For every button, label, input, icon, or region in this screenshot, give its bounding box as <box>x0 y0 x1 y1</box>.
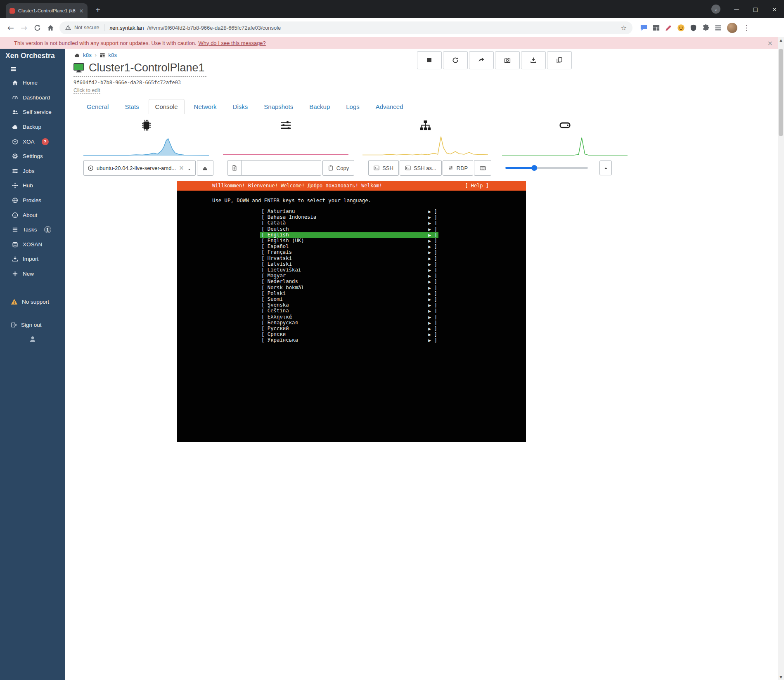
window-minimize-button[interactable]: — <box>727 0 746 18</box>
ssh-as-button[interactable]: SSH as... <box>400 160 442 176</box>
language-option[interactable]: [ Ελληνικά▶ ] <box>260 314 438 320</box>
profile-avatar[interactable] <box>727 23 737 33</box>
language-option[interactable]: [ Français▶ ] <box>260 250 438 255</box>
clear-iso-icon[interactable]: × <box>179 164 184 172</box>
language-option[interactable]: [ English (UK)▶ ] <box>260 238 438 244</box>
address-bar[interactable]: Not secure xen.syntak.lan/#/vms/9f604fd2… <box>59 21 632 34</box>
sidebar-item-backup[interactable]: Backup <box>0 120 65 135</box>
language-option[interactable]: [ Català▶ ] <box>260 220 438 226</box>
sidebar-item-new[interactable]: New <box>0 267 65 281</box>
language-option[interactable]: [ Asturianu▶ ] <box>260 209 438 215</box>
language-option[interactable]: [ Lietuviškai▶ ] <box>260 267 438 273</box>
browser-menu-icon[interactable]: ⋮ <box>742 24 751 32</box>
sidebar-item-proxies[interactable]: Proxies <box>0 193 65 208</box>
tab-general[interactable]: General <box>80 99 115 114</box>
new-tab-button[interactable]: + <box>92 5 103 15</box>
ext-chat-icon[interactable] <box>640 24 648 32</box>
ext-puzzle-icon[interactable] <box>702 24 710 32</box>
sidebar-item-import[interactable]: Import <box>0 252 65 267</box>
sidebar-item-jobs[interactable]: Jobs <box>0 164 65 179</box>
sidebar-item-hub[interactable]: Hub <box>0 178 65 193</box>
language-option[interactable]: [ English▶ ] <box>260 232 438 238</box>
sidebar-item-about[interactable]: About <box>0 208 65 222</box>
banner-close-icon[interactable]: × <box>767 39 773 47</box>
ssh-button[interactable]: SSH <box>368 160 399 176</box>
vm-export-button[interactable] <box>521 51 546 69</box>
sign-out-button[interactable]: Sign out <box>0 322 65 328</box>
tab-close-icon[interactable]: × <box>79 7 84 14</box>
iso-selector[interactable]: ubuntu-20.04.2-live-server-amd... × <box>83 160 196 176</box>
vm-migrate-button[interactable] <box>469 51 494 69</box>
breadcrumb-host-link[interactable]: k8s <box>108 52 117 58</box>
language-option[interactable]: [ Bahasa Indonesia▶ ] <box>260 215 438 220</box>
description-edit-hint[interactable]: Click to edit <box>73 87 100 94</box>
language-option[interactable]: [ Latviski▶ ] <box>260 262 438 267</box>
bookmark-star-icon[interactable]: ☆ <box>621 24 627 32</box>
sidebar-item-settings[interactable]: Settings <box>0 149 65 164</box>
tab-advanced[interactable]: Advanced <box>369 99 410 114</box>
sidebar-item-dashboard[interactable]: Dashboard <box>0 90 65 105</box>
language-option[interactable]: [ Čeština▶ ] <box>260 308 438 314</box>
no-support-status[interactable]: No support <box>0 298 65 305</box>
tab-disks[interactable]: Disks <box>226 99 255 114</box>
vm-title-editable[interactable]: Cluster1-ControlPlane1 <box>73 61 206 77</box>
language-option[interactable]: [ Deutsch▶ ] <box>260 227 438 232</box>
language-option[interactable]: [ Nederlands▶ ] <box>260 279 438 285</box>
sidebar-item-xoa[interactable]: XOA? <box>0 134 65 149</box>
sidebar-item-xosan[interactable]: XOSAN <box>0 237 65 252</box>
tab-network[interactable]: Network <box>187 99 223 114</box>
language-option[interactable]: [ Српски▶ ] <box>260 332 438 338</box>
reload-button[interactable] <box>31 21 44 34</box>
window-close-button[interactable]: × <box>765 0 784 18</box>
ext-grid-icon[interactable] <box>652 24 660 32</box>
user-avatar-icon[interactable] <box>0 335 65 343</box>
breadcrumb-pool-link[interactable]: k8s <box>83 52 92 58</box>
tab-snapshots[interactable]: Snapshots <box>257 99 300 114</box>
sidebar-item-home[interactable]: Home <box>0 76 65 90</box>
iso-caret-down-icon[interactable] <box>187 166 192 170</box>
banner-link[interactable]: Why do I see this message? <box>199 40 266 46</box>
eject-disc-button[interactable] <box>197 160 213 176</box>
ext-list-icon[interactable] <box>714 24 722 32</box>
language-option[interactable]: [ Беларуская▶ ] <box>260 320 438 326</box>
language-option[interactable]: [ Suomi▶ ] <box>260 297 438 302</box>
tab-backup[interactable]: Backup <box>303 99 336 114</box>
forward-button[interactable]: → <box>17 21 31 34</box>
installer-help-link[interactable]: [ Help ] <box>465 183 489 189</box>
language-option[interactable]: [ Hrvatski▶ ] <box>260 256 438 262</box>
copy-button[interactable]: Copy <box>322 160 354 176</box>
language-option[interactable]: [ Español▶ ] <box>260 244 438 250</box>
browser-status-icon[interactable]: ⌄ <box>711 5 720 14</box>
ext-shield-icon[interactable] <box>689 24 697 32</box>
scroll-down-icon[interactable]: ▼ <box>778 674 784 680</box>
ext-pen-icon[interactable] <box>665 24 673 32</box>
window-maximize-button[interactable]: □ <box>746 0 765 18</box>
console-scale-slider[interactable] <box>505 167 588 169</box>
vm-snapshot-button[interactable] <box>495 51 520 69</box>
scrollbar-thumb[interactable] <box>779 49 783 136</box>
scroll-up-icon[interactable]: ▲ <box>778 37 784 43</box>
sidebar-item-tasks[interactable]: Tasks1 <box>0 222 65 237</box>
rdp-button[interactable]: RDP <box>443 160 473 176</box>
language-option[interactable]: [ Polski▶ ] <box>260 291 438 297</box>
page-scrollbar[interactable]: ▲ ▼ <box>778 37 784 680</box>
tab-stats[interactable]: Stats <box>118 99 145 114</box>
language-option[interactable]: [ Norsk bokmål▶ ] <box>260 285 438 291</box>
console-clipboard-input[interactable] <box>241 160 321 176</box>
vm-reboot-button[interactable] <box>443 51 468 69</box>
sidebar-toggle-icon[interactable] <box>9 66 17 73</box>
vm-console[interactable]: Willkommen! Bienvenue! Welcome! Добро по… <box>177 181 526 442</box>
vm-stop-button[interactable] <box>417 51 442 69</box>
sidebar-item-self-service[interactable]: Self service <box>0 105 65 120</box>
browser-tab[interactable]: Cluster1-ControlPlane1 (k8s) × <box>6 3 88 18</box>
ext-smiley-icon[interactable] <box>677 24 685 32</box>
browser-home-button[interactable] <box>44 21 57 34</box>
console-collapse-button[interactable] <box>599 161 612 175</box>
back-button[interactable]: ← <box>4 21 17 34</box>
tab-logs[interactable]: Logs <box>339 99 366 114</box>
language-option[interactable]: [ Русский▶ ] <box>260 326 438 332</box>
tab-console[interactable]: Console <box>149 99 185 114</box>
language-option[interactable]: [ Українська▶ ] <box>260 338 438 343</box>
vm-copy-button[interactable] <box>547 51 572 69</box>
installer-screen[interactable]: Use UP, DOWN and ENTER keys to select yo… <box>177 191 526 442</box>
